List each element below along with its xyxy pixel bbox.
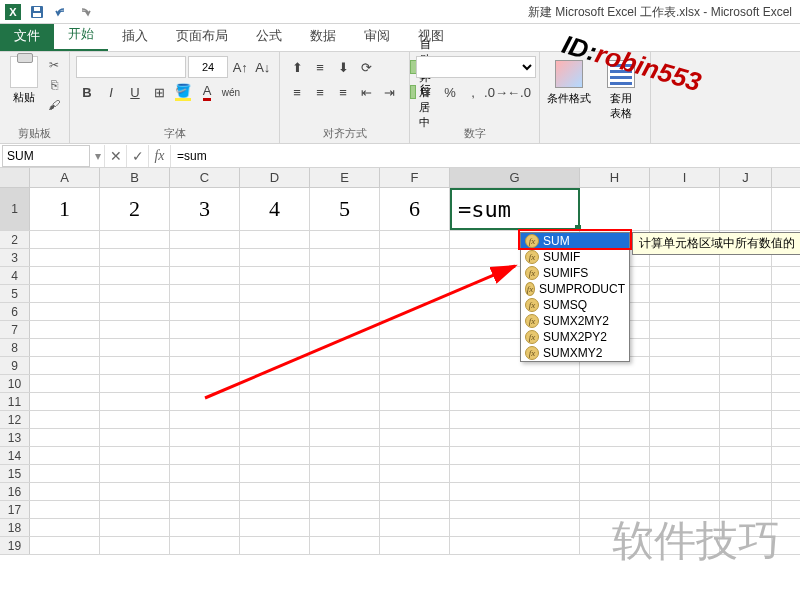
cell[interactable] bbox=[380, 249, 450, 266]
cell[interactable] bbox=[650, 321, 720, 338]
cell[interactable] bbox=[580, 465, 650, 482]
cell[interactable] bbox=[170, 465, 240, 482]
cell[interactable] bbox=[720, 447, 772, 464]
cell[interactable] bbox=[170, 537, 240, 554]
comma-icon[interactable]: , bbox=[462, 81, 484, 103]
tab-review[interactable]: 审阅 bbox=[350, 21, 404, 51]
cell[interactable] bbox=[380, 537, 450, 554]
cell[interactable] bbox=[380, 267, 450, 284]
orientation-icon[interactable]: ⟳ bbox=[355, 56, 377, 78]
cell[interactable] bbox=[170, 303, 240, 320]
cell[interactable] bbox=[100, 357, 170, 374]
cell[interactable] bbox=[720, 393, 772, 410]
cell[interactable] bbox=[240, 393, 310, 410]
align-left-icon[interactable]: ≡ bbox=[286, 81, 308, 103]
cell[interactable] bbox=[100, 519, 170, 536]
cell[interactable] bbox=[580, 375, 650, 392]
cell[interactable] bbox=[310, 447, 380, 464]
cell[interactable] bbox=[240, 537, 310, 554]
cell[interactable]: 6 bbox=[380, 188, 450, 230]
cell[interactable] bbox=[720, 321, 772, 338]
select-all-corner[interactable] bbox=[0, 168, 30, 187]
cell[interactable] bbox=[650, 447, 720, 464]
row-header[interactable]: 12 bbox=[0, 411, 30, 428]
cell[interactable] bbox=[650, 339, 720, 356]
row-header[interactable]: 1 bbox=[0, 188, 30, 230]
cell[interactable] bbox=[30, 285, 100, 302]
cell[interactable] bbox=[310, 411, 380, 428]
phonetic-icon[interactable]: wén bbox=[220, 81, 242, 103]
cell[interactable] bbox=[720, 519, 772, 536]
cell[interactable] bbox=[310, 537, 380, 554]
row-header[interactable]: 13 bbox=[0, 429, 30, 446]
cell[interactable] bbox=[720, 411, 772, 428]
cell[interactable] bbox=[170, 249, 240, 266]
cell[interactable] bbox=[30, 231, 100, 248]
cell[interactable] bbox=[720, 267, 772, 284]
tab-data[interactable]: 数据 bbox=[296, 21, 350, 51]
cell[interactable] bbox=[240, 249, 310, 266]
cell[interactable] bbox=[580, 483, 650, 500]
row-header[interactable]: 19 bbox=[0, 537, 30, 554]
cell[interactable] bbox=[100, 339, 170, 356]
insert-function-icon[interactable]: fx bbox=[148, 145, 170, 167]
cell[interactable] bbox=[170, 357, 240, 374]
cell[interactable]: 3 bbox=[170, 188, 240, 230]
column-header[interactable]: E bbox=[310, 168, 380, 187]
cell[interactable] bbox=[650, 375, 720, 392]
row-header[interactable]: 3 bbox=[0, 249, 30, 266]
cell[interactable] bbox=[310, 429, 380, 446]
undo-icon[interactable] bbox=[52, 3, 70, 21]
cell[interactable] bbox=[450, 429, 580, 446]
cell[interactable] bbox=[30, 483, 100, 500]
tab-insert[interactable]: 插入 bbox=[108, 21, 162, 51]
cell[interactable] bbox=[380, 447, 450, 464]
cell[interactable] bbox=[310, 285, 380, 302]
indent-increase-icon[interactable]: ⇥ bbox=[378, 81, 400, 103]
cell[interactable] bbox=[580, 519, 650, 536]
row-header[interactable]: 18 bbox=[0, 519, 30, 536]
cell[interactable] bbox=[240, 339, 310, 356]
autocomplete-item[interactable]: fxSUMX2PY2 bbox=[521, 329, 629, 345]
cell[interactable] bbox=[380, 465, 450, 482]
cell[interactable] bbox=[30, 375, 100, 392]
align-center-icon[interactable]: ≡ bbox=[309, 81, 331, 103]
cell[interactable] bbox=[450, 537, 580, 554]
cell[interactable] bbox=[310, 483, 380, 500]
cell[interactable] bbox=[310, 519, 380, 536]
row-header[interactable]: 11 bbox=[0, 393, 30, 410]
font-size-select[interactable] bbox=[188, 56, 228, 78]
cell[interactable] bbox=[380, 375, 450, 392]
font-color-icon[interactable]: A bbox=[196, 81, 218, 103]
cell[interactable] bbox=[30, 393, 100, 410]
column-header[interactable]: C bbox=[170, 168, 240, 187]
cell[interactable] bbox=[240, 465, 310, 482]
row-header[interactable]: 10 bbox=[0, 375, 30, 392]
align-bottom-icon[interactable]: ⬇ bbox=[332, 56, 354, 78]
cell[interactable] bbox=[170, 375, 240, 392]
cell[interactable] bbox=[650, 501, 720, 518]
cell[interactable] bbox=[380, 519, 450, 536]
cell[interactable] bbox=[720, 465, 772, 482]
row-header[interactable]: 4 bbox=[0, 267, 30, 284]
cell[interactable] bbox=[580, 447, 650, 464]
cell[interactable] bbox=[450, 519, 580, 536]
cell[interactable] bbox=[100, 411, 170, 428]
cell[interactable] bbox=[30, 537, 100, 554]
autocomplete-item[interactable]: fxSUMX2MY2 bbox=[521, 313, 629, 329]
cell[interactable] bbox=[30, 339, 100, 356]
cell[interactable] bbox=[380, 321, 450, 338]
cell[interactable] bbox=[100, 537, 170, 554]
name-box-dropdown-icon[interactable]: ▾ bbox=[92, 149, 104, 163]
name-box[interactable]: SUM bbox=[2, 145, 90, 167]
cell[interactable] bbox=[450, 483, 580, 500]
cell[interactable] bbox=[30, 501, 100, 518]
cell[interactable] bbox=[240, 357, 310, 374]
column-header[interactable]: B bbox=[100, 168, 170, 187]
cell[interactable] bbox=[450, 375, 580, 392]
cell[interactable] bbox=[580, 393, 650, 410]
cell[interactable] bbox=[310, 357, 380, 374]
cell[interactable]: 4 bbox=[240, 188, 310, 230]
cell[interactable] bbox=[380, 429, 450, 446]
cell[interactable] bbox=[240, 411, 310, 428]
